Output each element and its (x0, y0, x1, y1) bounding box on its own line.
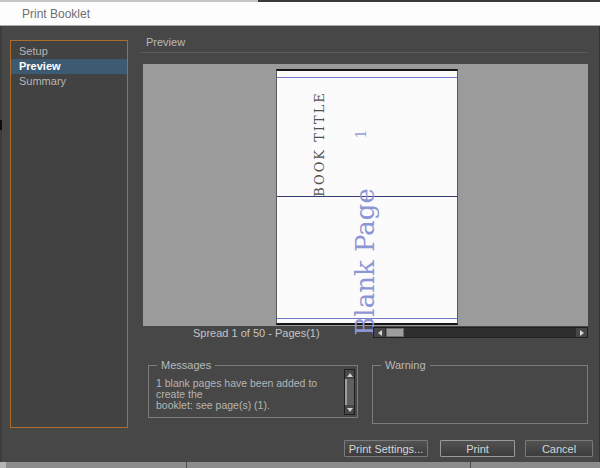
warning-group-label: Warning (381, 359, 430, 371)
preview-blank-page-label: Blank Page (350, 188, 380, 336)
messages-vertical-scrollbar[interactable] (344, 369, 355, 415)
scroll-down-icon (347, 408, 353, 412)
sidebar-item-setup[interactable]: Setup (11, 44, 127, 59)
print-settings-button[interactable]: Print Settings... (344, 440, 428, 457)
booklet-spread: BOOK TITLE 1 Blank Page (276, 69, 458, 325)
section-divider (140, 52, 588, 53)
messages-text: 1 blank pages have been added to create … (156, 378, 336, 411)
scrollbar-thumb[interactable] (345, 379, 354, 405)
background-line (470, 462, 471, 468)
messages-text-line2: booklet: see page(s) (1). (156, 400, 336, 411)
scroll-left-button[interactable] (374, 328, 385, 337)
messages-group-label: Messages (157, 359, 215, 371)
preview-page-number: 1 (353, 130, 369, 139)
scroll-left-icon (378, 330, 382, 336)
page-margin-line-top (277, 77, 457, 78)
background-notch (0, 120, 2, 130)
dialog-titlebar[interactable]: Print Booklet (0, 2, 600, 26)
sidebar-item-preview[interactable]: Preview (11, 59, 127, 74)
warning-group: Warning (372, 365, 588, 424)
scroll-down-button[interactable] (345, 405, 354, 414)
preview-canvas: BOOK TITLE 1 Blank Page (143, 64, 588, 326)
sidebar-item-summary[interactable]: Summary (11, 74, 127, 89)
cancel-button[interactable]: Cancel (525, 440, 593, 457)
pane-list: Setup Preview Summary (10, 40, 128, 428)
scroll-up-button[interactable] (345, 370, 354, 379)
background-fragment (0, 462, 6, 468)
scroll-right-icon (580, 330, 584, 336)
background-line (186, 462, 187, 468)
messages-group: Messages 1 blank pages have been added t… (148, 365, 358, 418)
preview-horizontal-scrollbar[interactable] (373, 327, 588, 338)
print-button[interactable]: Print (440, 440, 515, 457)
scrollbar-thumb[interactable] (386, 328, 404, 337)
dialog-title: Print Booklet (22, 7, 90, 21)
background-app-strip-bottom (0, 462, 600, 468)
section-title: Preview (146, 36, 185, 48)
print-booklet-dialog: Print Booklet Setup Preview Summary Prev… (0, 0, 600, 468)
preview-book-title: BOOK TITLE (312, 91, 327, 197)
dialog-left-edge (0, 26, 2, 462)
scroll-up-icon (347, 373, 353, 377)
spread-status-text: Spread 1 of 50 - Pages(1) (193, 327, 320, 339)
scroll-right-button[interactable] (576, 328, 587, 337)
messages-text-line1: 1 blank pages have been added to create … (156, 378, 336, 400)
